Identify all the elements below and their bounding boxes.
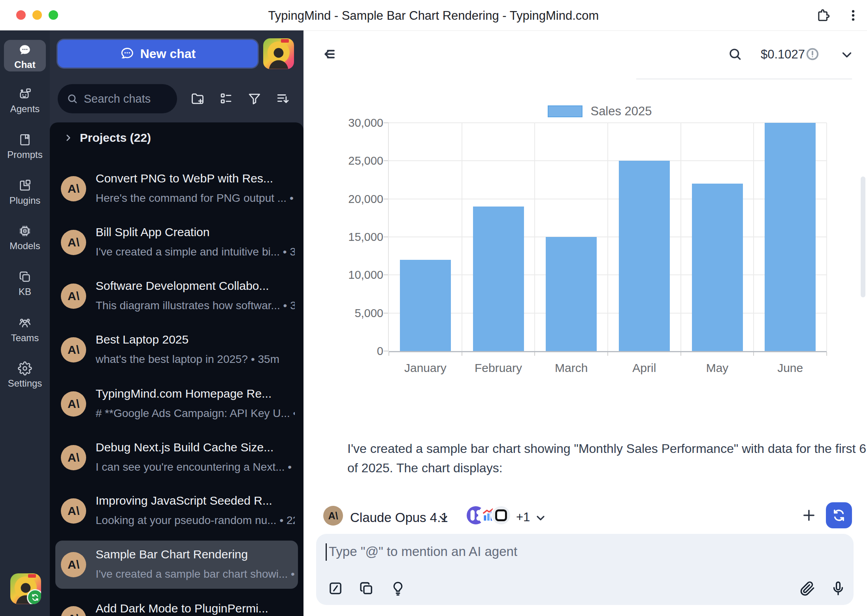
anthropic-avatar: A\ <box>61 552 86 577</box>
chat-title: Bill Split App Creation <box>96 225 292 239</box>
gridline-vertical <box>680 123 681 351</box>
chat-list-item[interactable]: A\Sample Bar Chart RenderingI've created… <box>55 541 298 589</box>
add-attachment-plus-icon[interactable] <box>801 507 817 524</box>
plugins-icon <box>18 178 32 193</box>
anthropic-avatar: A\ <box>61 606 86 616</box>
chat-list-item[interactable]: A\Debug Next.js Build Cache Size...I can… <box>55 434 298 482</box>
sidebar-item-kb[interactable]: KB <box>0 270 50 304</box>
gridline-vertical <box>462 123 462 351</box>
gridline-vertical <box>607 123 608 351</box>
message-input[interactable] <box>328 543 843 569</box>
sidebar-item-prompts[interactable]: Prompts <box>0 133 50 167</box>
bar-march <box>546 237 597 351</box>
x-axis-tick <box>462 352 462 356</box>
gridline-vertical <box>826 123 827 351</box>
chat-preview: I've created a sample bar chart showi...… <box>96 568 295 580</box>
chart-legend[interactable]: Sales 2025 <box>548 104 652 118</box>
x-axis-tick <box>826 352 827 356</box>
attach-file-icon[interactable] <box>799 580 816 597</box>
filter-icon[interactable] <box>247 91 262 106</box>
pages-copy-icon[interactable] <box>358 580 375 597</box>
scrollbar-thumb[interactable] <box>861 177 865 297</box>
x-tick-label: February <box>462 361 535 375</box>
sidebar-item-chat[interactable]: Chat <box>4 40 46 71</box>
chat-preview: Here's the command for PNG output ... • … <box>96 192 295 205</box>
plugin-avatar-3[interactable] <box>491 505 511 526</box>
x-axis-tick <box>753 352 754 356</box>
refresh-icon <box>831 508 846 523</box>
agents-icon <box>18 87 32 101</box>
message-input-box[interactable] <box>316 534 854 605</box>
model-avatar: A\ <box>323 506 343 526</box>
chevron-right-icon <box>63 133 74 143</box>
anthropic-avatar: A\ <box>61 284 86 309</box>
y-tick-label: 10,000 <box>304 269 383 282</box>
collapse-sidebar-icon[interactable] <box>320 46 337 62</box>
model-selector[interactable]: Claude Opus 4.1 <box>350 510 448 525</box>
new-folder-icon[interactable] <box>190 91 205 106</box>
chat-preview: Looking at your pseudo-random nu... • 22… <box>96 514 295 527</box>
chat-bubble-icon <box>120 46 135 61</box>
anthropic-avatar: A\ <box>61 230 86 255</box>
bar-may <box>692 184 743 351</box>
anthropic-avatar: A\ <box>61 498 86 524</box>
x-axis-tick <box>388 352 389 356</box>
chat-preview: what's the best laptop in 2025? • 35m <box>96 353 295 366</box>
chat-preview: I've created a simple and intuitive bi..… <box>96 246 295 258</box>
rail-item-label: Settings <box>0 378 50 389</box>
chat-list-item[interactable]: A\Bill Split App CreationI've created a … <box>55 218 298 267</box>
profile-avatar[interactable] <box>263 38 294 69</box>
anthropic-avatar: A\ <box>61 176 86 201</box>
microphone-icon[interactable] <box>830 580 846 597</box>
chat-list-item[interactable]: A\TypingMind.com Homepage Re...# **Googl… <box>55 380 298 428</box>
new-chat-label: New chat <box>140 47 196 61</box>
lightbulb-icon[interactable] <box>390 580 406 597</box>
model-chevron-down-icon[interactable] <box>437 512 450 524</box>
bar-february <box>473 207 524 351</box>
y-axis-line <box>388 123 389 351</box>
sidebar-item-plugins[interactable]: Plugins <box>0 178 50 213</box>
sidebar-item-models[interactable]: Models <box>0 224 50 259</box>
bar-june <box>765 123 816 351</box>
cost-alert-icon[interactable] <box>805 47 820 61</box>
extensions-icon[interactable] <box>816 8 831 23</box>
kebab-menu-icon[interactable] <box>846 8 861 23</box>
sidebar-item-settings[interactable]: Settings <box>0 361 50 396</box>
rail-item-label: Agents <box>0 103 50 115</box>
assistant-message-text: I've created a sample bar chart showing … <box>347 439 867 478</box>
chat-preview: I can see you're encountering a Next... … <box>96 461 295 473</box>
sidebar-item-agents[interactable]: Agents <box>0 87 50 122</box>
search-conversation-icon[interactable] <box>728 47 743 62</box>
y-tick-label: 0 <box>304 345 383 358</box>
rail-item-label: Chat <box>4 59 46 70</box>
search-chats-input[interactable] <box>83 92 168 106</box>
chat-list: Projects (22) A\Convert PNG to WebP with… <box>50 122 303 616</box>
conversation-cost-label[interactable]: $0.1027 <box>761 47 805 62</box>
more-plugins-count[interactable]: +1 <box>516 510 530 524</box>
app-window: TypingMind - Sample Bar Chart Rendering … <box>0 0 867 616</box>
chevron-down-icon[interactable] <box>839 47 854 62</box>
search-chats-box[interactable] <box>58 84 177 113</box>
chat-list-item[interactable]: A\Improving JavaScript Seeded R...Lookin… <box>55 487 298 535</box>
models-icon <box>18 224 32 238</box>
regenerate-button[interactable] <box>826 502 852 528</box>
window-title: TypingMind - Sample Bar Chart Rendering … <box>0 9 867 23</box>
window-titlebar: TypingMind - Sample Bar Chart Rendering … <box>0 0 867 31</box>
sort-icon[interactable] <box>275 91 290 106</box>
plugins-chevron-down-icon[interactable] <box>534 512 547 524</box>
chat-title: Add Dark Mode to PluginPermi... <box>96 602 292 615</box>
new-chat-button[interactable]: New chat <box>58 40 258 68</box>
chat-list-item[interactable]: A\Convert PNG to WebP with Res...Here's … <box>55 165 298 213</box>
x-tick-label: January <box>389 361 462 375</box>
user-avatar[interactable] <box>10 573 41 604</box>
bulk-select-icon[interactable] <box>219 91 234 106</box>
sidebar-item-teams[interactable]: Teams <box>0 316 50 351</box>
chat-list-item[interactable]: A\Add Dark Mode to PluginPermi... <box>55 595 298 616</box>
teams-icon <box>18 316 32 330</box>
rail-item-label: Models <box>0 240 50 252</box>
projects-section-header[interactable]: Projects (22) <box>63 131 151 145</box>
prompt-library-icon[interactable] <box>327 580 344 597</box>
chat-list-item[interactable]: A\Best Laptop 2025what's the best laptop… <box>55 326 298 374</box>
chat-list-item[interactable]: A\Software Development Collabo...This di… <box>55 272 298 320</box>
settings-icon <box>18 361 32 376</box>
